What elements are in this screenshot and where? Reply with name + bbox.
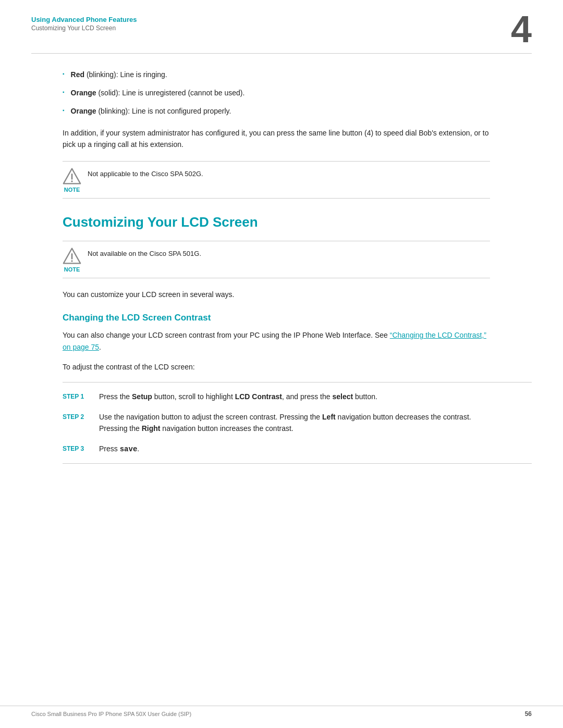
main-content: Red (blinking): Line is ringing. Orange … — [0, 54, 563, 489]
note-icon-1: NOTE — [63, 167, 81, 193]
step-row-1: STEP 1 Press the Setup button, scroll to… — [63, 391, 532, 402]
step-number-1: 1 — [80, 393, 84, 400]
term-red: Red — [71, 70, 84, 79]
steps-container: STEP 1 Press the Setup button, scroll to… — [63, 382, 532, 464]
chapter-subtitle: Customizing Your LCD Screen — [31, 24, 137, 32]
left-term: Left — [322, 413, 336, 421]
step-label-3: STEP 3 — [63, 443, 99, 454]
subsection-heading: Changing the LCD Screen Contrast — [63, 313, 532, 323]
svg-point-2 — [71, 180, 72, 182]
step-number-3: 3 — [80, 445, 84, 452]
step-label-1: STEP 1 — [63, 391, 99, 402]
note-text-2: Not available on the Cisco SPA 501G. — [88, 246, 201, 259]
intro-paragraph: In addition, if your system administrato… — [63, 127, 490, 151]
warning-icon — [63, 167, 81, 186]
note-text-1: Not applicable to the Cisco SPA 502G. — [88, 167, 203, 179]
list-item: Red (blinking): Line is ringing. — [63, 69, 532, 80]
step-content-2: Use the navigation button to adjust the … — [99, 411, 485, 435]
select-term: select — [332, 392, 353, 401]
subsection-para1-end: . — [99, 343, 101, 351]
subsection-paragraph1: You can also change your LCD screen cont… — [63, 329, 490, 353]
list-item: Orange (blinking): Line is not configure… — [63, 106, 532, 117]
section-heading: Customizing Your LCD Screen — [63, 214, 532, 230]
note-label-2: NOTE — [64, 266, 80, 273]
page-header: Using Advanced Phone Features Customizin… — [0, 0, 563, 53]
step-number-2: 2 — [80, 413, 84, 421]
note-icon-2: NOTE — [63, 246, 81, 273]
step-content-1: Press the Setup button, scroll to highli… — [99, 391, 485, 402]
bullet-item-text: Orange (blinking): Line is not configure… — [71, 106, 231, 117]
bullet-item-text: Red (blinking): Line is ringing. — [71, 69, 167, 80]
header-left: Using Advanced Phone Features Customizin… — [31, 16, 137, 32]
subsection-paragraph2: To adjust the contrast of the LCD screen… — [63, 361, 490, 373]
note-box-2: NOTE Not available on the Cisco SPA 501G… — [63, 241, 490, 278]
section-intro: You can customize your LCD screen in sev… — [63, 289, 490, 300]
note-box-1: NOTE Not applicable to the Cisco SPA 502… — [63, 161, 490, 199]
note-label-1: NOTE — [64, 187, 80, 193]
step-label-2: STEP 2 — [63, 411, 99, 422]
term-orange-blinking: Orange — [71, 107, 96, 115]
chapter-number: 4 — [511, 10, 532, 48]
page-container: Using Advanced Phone Features Customizin… — [0, 0, 563, 728]
lcd-contrast-term: LCD Contrast — [235, 392, 282, 401]
page-footer: Cisco Small Business Pro IP Phone SPA 50… — [0, 706, 563, 718]
setup-term: Setup — [132, 392, 152, 401]
footer-page: 56 — [525, 710, 532, 718]
bullet-item-text: Orange (solid): Line is unregistered (ca… — [71, 88, 245, 98]
footer-left: Cisco Small Business Pro IP Phone SPA 50… — [31, 711, 191, 717]
step-content-3: Press save. — [99, 443, 485, 455]
warning-icon-2 — [63, 246, 81, 265]
term-orange-solid: Orange — [71, 89, 96, 97]
step-row-2: STEP 2 Use the navigation button to adju… — [63, 411, 532, 435]
bullet-list: Red (blinking): Line is ringing. Orange … — [63, 69, 532, 117]
chapter-title: Using Advanced Phone Features — [31, 16, 137, 23]
list-item: Orange (solid): Line is unregistered (ca… — [63, 88, 532, 98]
save-term: save — [120, 445, 138, 453]
right-term: Right — [142, 424, 161, 433]
subsection-para1-text: You can also change your LCD screen cont… — [63, 331, 390, 339]
step-row-3: STEP 3 Press save. — [63, 443, 532, 464]
svg-point-5 — [71, 260, 72, 262]
